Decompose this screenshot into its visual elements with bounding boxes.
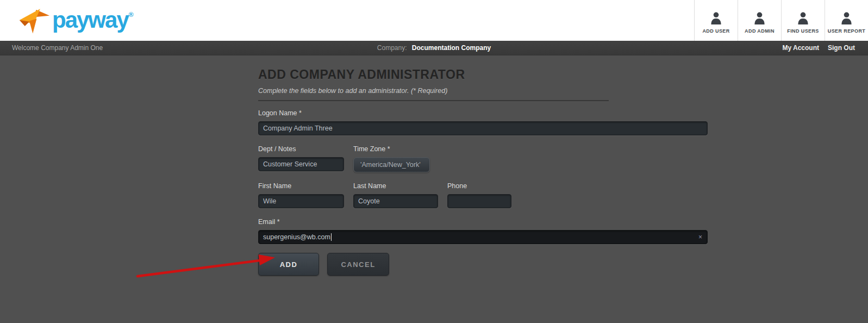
nav-item-find-users[interactable]: FIND USERS <box>781 0 825 41</box>
nav-item-add-admin[interactable]: ADD ADMIN <box>738 0 781 41</box>
logon-name-group: Logon Name * <box>258 109 868 135</box>
logon-name-input[interactable] <box>258 121 708 135</box>
session-links: My Account Sign Out <box>782 44 855 52</box>
logon-name-label: Logon Name * <box>258 109 868 117</box>
email-input[interactable]: supergenius@wb.com × <box>258 230 708 244</box>
sign-out-link[interactable]: Sign Out <box>828 44 855 52</box>
last-name-label: Last Name <box>353 182 438 190</box>
email-group: Email * supergenius@wb.com × <box>258 218 868 244</box>
dept-notes-group: Dept / Notes <box>258 145 344 172</box>
user-icon <box>710 11 722 26</box>
user-icon <box>797 11 809 26</box>
email-label: Email * <box>258 218 868 226</box>
form-actions: ADD CANCEL <box>258 253 868 276</box>
form-instructions: Complete the fields below to add an admi… <box>258 87 868 95</box>
nav-item-add-user[interactable]: ADD USER <box>694 0 738 41</box>
page: payway ® ADD USER ADD ADMIN <box>0 0 868 323</box>
add-button[interactable]: ADD <box>258 253 319 276</box>
payway-logo[interactable]: payway ® <box>18 5 134 35</box>
page-title: ADD COMPANY ADMINISTRATOR <box>258 67 868 82</box>
dept-notes-input[interactable] <box>258 157 344 171</box>
time-zone-label: Time Zone * <box>353 145 430 153</box>
time-zone-select[interactable]: 'America/New_York' <box>353 157 430 172</box>
phone-input[interactable] <box>447 194 511 208</box>
header-nav: ADD USER ADD ADMIN FIND USERS <box>694 0 868 41</box>
first-name-input[interactable] <box>258 194 344 208</box>
user-icon <box>753 11 766 26</box>
nav-item-label: ADD USER <box>702 28 729 34</box>
last-name-input[interactable] <box>353 194 438 208</box>
time-zone-group: Time Zone * 'America/New_York' <box>353 145 430 172</box>
dept-timezone-row: Dept / Notes Time Zone * 'America/New_Yo… <box>258 145 868 172</box>
first-name-label: First Name <box>258 182 344 190</box>
logo-wordmark: payway <box>52 9 128 32</box>
payway-bird-icon <box>18 5 50 35</box>
divider <box>258 100 609 101</box>
email-value: supergenius@wb.com <box>263 233 330 241</box>
registered-mark: ® <box>129 11 134 18</box>
session-bar: Welcome Company Admin One Company: Docum… <box>0 41 868 55</box>
time-zone-value: 'America/New_York' <box>360 161 421 169</box>
cancel-button[interactable]: CANCEL <box>327 253 389 276</box>
text-caret <box>331 233 332 241</box>
nav-item-label: USER REPORT <box>828 28 865 34</box>
my-account-link[interactable]: My Account <box>782 44 819 52</box>
name-phone-row: First Name Last Name Phone <box>258 182 868 208</box>
clear-email-icon[interactable]: × <box>698 234 702 240</box>
nav-item-label: FIND USERS <box>787 28 819 34</box>
company-label: Company: <box>377 44 407 52</box>
dept-notes-label: Dept / Notes <box>258 145 344 153</box>
main-content: ADD COMPANY ADMINISTRATOR Complete the f… <box>0 55 868 276</box>
welcome-text: Welcome Company Admin One <box>0 44 103 52</box>
app-header: payway ® ADD USER ADD ADMIN <box>0 0 868 41</box>
phone-label: Phone <box>447 182 511 190</box>
last-name-group: Last Name <box>353 182 438 208</box>
company-name: Documentation Company <box>412 44 491 52</box>
nav-item-user-report[interactable]: USER REPORT <box>825 0 868 41</box>
first-name-group: First Name <box>258 182 344 208</box>
user-icon <box>840 11 853 26</box>
nav-item-label: ADD ADMIN <box>745 28 775 34</box>
company-indicator: Company: Documentation Company <box>377 44 491 52</box>
phone-group: Phone <box>447 182 511 208</box>
